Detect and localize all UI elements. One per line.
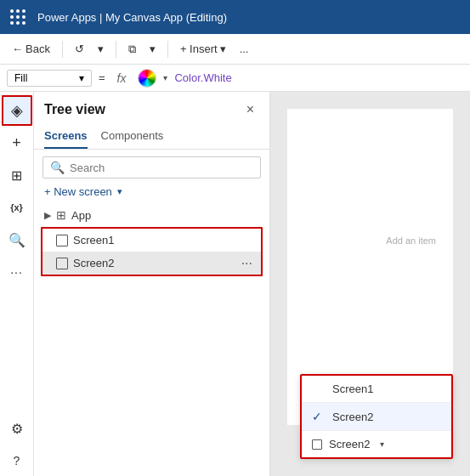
property-dropdown[interactable]: Fill ▾ bbox=[7, 70, 92, 87]
undo-button[interactable]: ↺ bbox=[70, 40, 89, 58]
data-button[interactable]: ⊞ bbox=[2, 160, 32, 190]
layers-icon: ◈ bbox=[11, 101, 23, 120]
screen2-icon bbox=[56, 258, 68, 269]
copy-chevron-button[interactable]: ▾ bbox=[144, 40, 161, 58]
tree-view-panel: Tree view × Screens Components 🔍 + New s… bbox=[34, 92, 270, 476]
formula-value: Color.White bbox=[174, 71, 231, 84]
tree-close-button[interactable]: × bbox=[241, 100, 259, 119]
sidebar-icons: ◈ + ⊞ {x} 🔍 ··· ⚙ ? bbox=[0, 92, 34, 476]
main-area: ◈ + ⊞ {x} 🔍 ··· ⚙ ? Tree view × S bbox=[0, 92, 470, 476]
settings-button[interactable]: ⚙ bbox=[2, 413, 32, 444]
top-bar: Power Apps | My Canvas App (Editing) bbox=[0, 0, 470, 34]
dropdown-screen1[interactable]: Screen1 bbox=[302, 376, 451, 402]
tab-components[interactable]: Components bbox=[101, 124, 164, 149]
ellipsis-icon: ··· bbox=[10, 265, 23, 279]
copy-icon: ⧉ bbox=[128, 42, 136, 56]
search-input[interactable] bbox=[70, 162, 253, 174]
copy-button[interactable]: ⧉ bbox=[123, 40, 141, 59]
add-hint: Add an item bbox=[386, 235, 436, 246]
dropdown-screen2-nav[interactable]: Screen2 ▾ bbox=[302, 431, 451, 457]
color-picker-chevron[interactable]: ▾ bbox=[163, 73, 167, 82]
screen1-item[interactable]: Screen1 bbox=[42, 229, 261, 252]
tree-view-button[interactable]: ◈ bbox=[2, 95, 32, 126]
search-box[interactable]: 🔍 bbox=[42, 156, 261, 178]
screens-list-highlight: Screen1 Screen2 ··· bbox=[41, 227, 263, 276]
variables-button[interactable]: {x} bbox=[2, 192, 32, 223]
canvas-area[interactable]: Add an item Screen1 ✓ Screen2 Screen2 ▾ bbox=[270, 92, 470, 476]
back-button[interactable]: ← Back bbox=[7, 40, 55, 58]
chevron-down-icon: ▾ bbox=[98, 42, 104, 55]
toolbar: ← Back ↺ ▾ ⧉ ▾ + Insert ▾ ... bbox=[0, 34, 470, 65]
add-icon: + bbox=[12, 134, 21, 152]
tree-header: Tree view × bbox=[34, 92, 269, 124]
more-sidebar-button[interactable]: ··· bbox=[2, 257, 32, 287]
add-control-button[interactable]: + bbox=[2, 128, 32, 158]
screen-dropdown: Screen1 ✓ Screen2 Screen2 ▾ bbox=[300, 374, 453, 459]
toolbar-separator-1 bbox=[62, 41, 63, 58]
insert-chevron-icon: ▾ bbox=[220, 42, 226, 55]
chevron-down-icon-2: ▾ bbox=[150, 42, 156, 55]
search-icon: 🔍 bbox=[8, 232, 25, 248]
help-icon: ? bbox=[14, 454, 20, 468]
search-button[interactable]: 🔍 bbox=[2, 224, 32, 255]
toolbar-separator-2 bbox=[116, 41, 116, 58]
fx-button[interactable]: fx bbox=[112, 69, 132, 88]
search-box-icon: 🔍 bbox=[50, 161, 65, 174]
tree-view-title: Tree view bbox=[44, 102, 105, 117]
new-screen-button[interactable]: + New screen ▾ bbox=[34, 182, 269, 205]
variables-icon: {x} bbox=[10, 202, 23, 212]
equals-sign: = bbox=[99, 71, 105, 84]
screen2-more-button[interactable]: ··· bbox=[241, 256, 252, 271]
grid-icon: ⊞ bbox=[11, 167, 22, 184]
dropdown-screen2-checked[interactable]: ✓ Screen2 bbox=[302, 403, 451, 430]
screen2-item[interactable]: Screen2 ··· bbox=[42, 252, 261, 275]
toolbar-separator-3 bbox=[167, 41, 168, 58]
fill-chevron-icon: ▾ bbox=[79, 72, 84, 84]
app-title: Power Apps | My Canvas App (Editing) bbox=[37, 11, 227, 24]
undo-icon: ↺ bbox=[75, 42, 84, 55]
checkmark-icon: ✓ bbox=[312, 410, 326, 423]
undo-chevron-button[interactable]: ▾ bbox=[93, 40, 109, 58]
more-button[interactable]: ... bbox=[235, 40, 254, 58]
color-picker-button[interactable] bbox=[138, 69, 156, 88]
screen1-icon bbox=[56, 235, 68, 246]
insert-button[interactable]: + Insert ▾ bbox=[175, 40, 231, 58]
tree-tabs: Screens Components bbox=[34, 124, 269, 150]
apps-grid-icon[interactable] bbox=[10, 9, 25, 25]
formula-bar: Fill ▾ = fx ▾ Color.White bbox=[0, 65, 470, 92]
app-icon: ⊞ bbox=[56, 208, 66, 222]
new-screen-chevron-icon: ▾ bbox=[117, 186, 122, 197]
expand-icon: ▶ bbox=[44, 210, 51, 221]
screen2-nav-chevron-icon: ▾ bbox=[380, 439, 384, 449]
settings-icon: ⚙ bbox=[11, 421, 23, 437]
help-button[interactable]: ? bbox=[2, 445, 32, 476]
tab-screens[interactable]: Screens bbox=[44, 124, 88, 149]
back-arrow-icon: ← bbox=[12, 42, 23, 55]
screen-box-icon bbox=[312, 439, 322, 450]
app-item[interactable]: ▶ ⊞ App bbox=[34, 205, 269, 225]
